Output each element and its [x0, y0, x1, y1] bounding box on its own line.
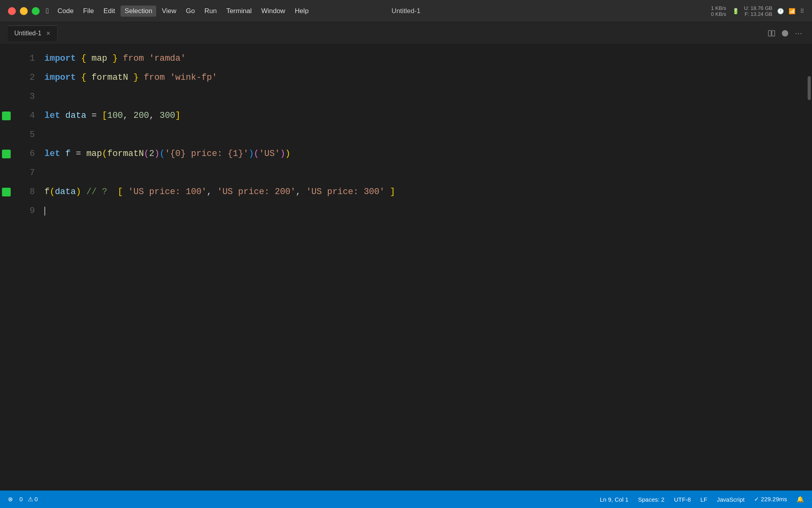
- traffic-lights: [8, 7, 40, 15]
- mem-free: F: 13.24 GB: [745, 11, 772, 17]
- breakpoint-1[interactable]: [2, 54, 11, 63]
- line-num-5: 5: [30, 125, 35, 144]
- line-num-3: 3: [30, 87, 35, 106]
- code-line-4: let data = [ 100 , 200 , 300 ]: [41, 106, 812, 125]
- code-editor[interactable]: import { map } from 'ramda' import { for…: [41, 44, 812, 491]
- split-editor-button[interactable]: [766, 28, 777, 39]
- breakpoint-7[interactable]: [2, 169, 11, 177]
- breakpoint-3[interactable]: [2, 92, 11, 101]
- battery-icon: 🔋: [732, 8, 739, 14]
- menu-extras-icon: ⠿: [800, 8, 804, 14]
- menu-window[interactable]: Window: [257, 6, 289, 17]
- line-ending[interactable]: LF: [700, 496, 707, 503]
- quokka-timing: ✓ 229.29ms: [754, 496, 787, 503]
- code-line-2: import { formatN } from 'wink-fp': [41, 68, 812, 87]
- language-mode[interactable]: JavaScript: [717, 496, 745, 503]
- menu-file[interactable]: File: [79, 6, 98, 17]
- more-options-button[interactable]: ···: [793, 28, 804, 39]
- statusbar: ⊗ 0 ⚠ 0 Ln 9, Col 1 Spaces: 2 UTF-8 LF J…: [0, 491, 812, 508]
- titlebar-left:  Code File Edit Selection View Go Run T…: [8, 6, 312, 17]
- code-line-1: import { map } from 'ramda': [41, 49, 812, 68]
- keyword-import-1: import: [44, 49, 76, 68]
- svg-rect-0: [768, 31, 771, 36]
- code-line-9: [41, 202, 812, 221]
- breakpoint-gutter: [0, 44, 13, 491]
- menu-terminal[interactable]: Terminal: [222, 6, 256, 17]
- net-down: 0 KB/s: [711, 11, 726, 17]
- git-branch-icon: ⊗: [8, 496, 13, 503]
- breakpoint-5[interactable]: [2, 131, 11, 139]
- titlebar:  Code File Edit Selection View Go Run T…: [0, 0, 812, 22]
- titlebar-right: 1 KB/s 0 KB/s 🔋 U: 18.76 GB F: 13.24 GB …: [711, 5, 804, 17]
- code-line-3: [41, 87, 812, 106]
- breakpoint-4[interactable]: [2, 112, 11, 120]
- menu-go[interactable]: Go: [182, 6, 199, 17]
- code-line-6: let f = map ( formatN ( 2 ) ( '{0} price…: [41, 144, 812, 164]
- editor-tab[interactable]: Untitled-1 ✕: [8, 25, 57, 41]
- line-num-4: 4: [30, 106, 35, 125]
- scrollbar-thumb[interactable]: [808, 76, 811, 100]
- breakpoint-8[interactable]: [2, 188, 11, 196]
- line-numbers: 1 2 3 4 5 6 7 8 9: [13, 44, 41, 491]
- svg-rect-1: [772, 31, 775, 36]
- wifi-icon: 📶: [789, 8, 795, 14]
- line-num-6: 6: [30, 144, 35, 164]
- status-icons: 🔋 U: 18.76 GB F: 13.24 GB 🕐 📶 ⠿: [732, 5, 804, 17]
- window-title: Untitled-1: [392, 7, 421, 15]
- maximize-button[interactable]: [32, 7, 40, 15]
- clock-icon: 🕐: [777, 8, 784, 14]
- mem-used: U: 18.76 GB: [744, 5, 772, 11]
- editor-scrollbar[interactable]: [806, 44, 812, 491]
- network-stats: 1 KB/s 0 KB/s: [711, 5, 726, 17]
- line-num-8: 8: [30, 183, 35, 202]
- breakpoint-6[interactable]: [2, 150, 11, 158]
- line-num-7: 7: [30, 164, 35, 183]
- circle-icon: [782, 30, 788, 37]
- menu-help[interactable]: Help: [291, 6, 312, 17]
- net-up: 1 KB/s: [711, 5, 726, 11]
- minimize-button[interactable]: [20, 7, 28, 15]
- tab-label: Untitled-1: [14, 30, 41, 37]
- menu-bar:  Code File Edit Selection View Go Run T…: [46, 6, 312, 17]
- cursor-position[interactable]: Ln 9, Col 1: [600, 496, 629, 503]
- menu-selection[interactable]: Selection: [121, 6, 156, 17]
- line-num-9: 9: [30, 202, 35, 221]
- line-num-1: 1: [30, 49, 35, 68]
- breakpoint-2[interactable]: [2, 73, 11, 82]
- tab-close-icon[interactable]: ✕: [46, 30, 51, 37]
- code-line-7: [41, 164, 812, 183]
- line-num-2: 2: [30, 68, 35, 87]
- error-count[interactable]: 0 ⚠ 0: [19, 496, 38, 503]
- notifications-icon[interactable]: 🔔: [797, 496, 804, 503]
- statusbar-left: ⊗ 0 ⚠ 0: [8, 496, 38, 503]
- tabbar: Untitled-1 ✕ ···: [0, 22, 812, 44]
- apple-logo-icon: : [46, 7, 49, 15]
- statusbar-right: Ln 9, Col 1 Spaces: 2 UTF-8 LF JavaScrip…: [600, 496, 804, 503]
- menu-view[interactable]: View: [158, 6, 180, 17]
- editor-container: 1 2 3 4 5 6 7 8 9 import { map } from 'r…: [0, 44, 812, 491]
- menu-run[interactable]: Run: [200, 6, 220, 17]
- indentation[interactable]: Spaces: 2: [638, 496, 665, 503]
- tab-actions: ···: [766, 28, 804, 39]
- code-line-5: [41, 125, 812, 144]
- file-encoding[interactable]: UTF-8: [674, 496, 691, 503]
- menu-code[interactable]: Code: [54, 6, 78, 17]
- code-line-8: f ( data ) // ? [ 'US price: 100' , 'US …: [41, 183, 812, 202]
- close-button[interactable]: [8, 7, 16, 15]
- breakpoint-9[interactable]: [2, 207, 11, 216]
- cursor: [44, 207, 45, 216]
- memory-stats: U: 18.76 GB F: 13.24 GB: [744, 5, 772, 17]
- menu-edit[interactable]: Edit: [100, 6, 119, 17]
